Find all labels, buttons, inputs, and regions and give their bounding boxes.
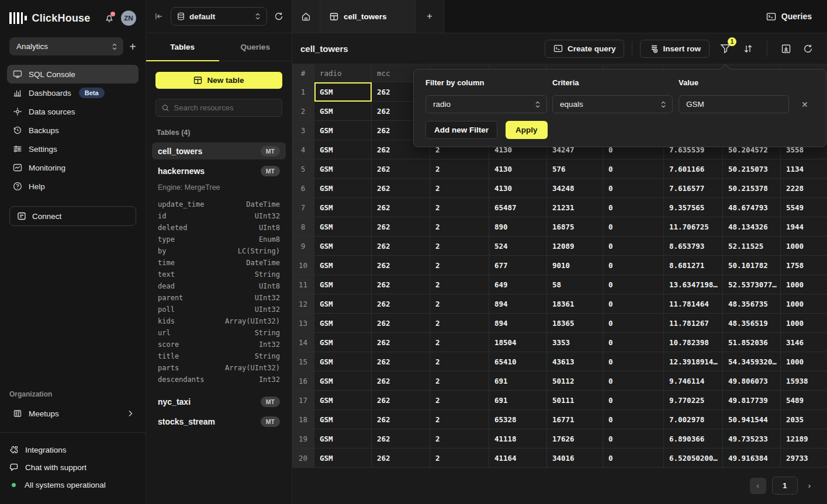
table-cell[interactable]: 2 bbox=[430, 294, 489, 314]
table-cell[interactable]: 890 bbox=[489, 217, 547, 237]
table-cell[interactable]: 52.11525 bbox=[723, 237, 781, 256]
table-cell[interactable]: 2 bbox=[430, 256, 489, 275]
filter-criteria-select[interactable]: equals bbox=[552, 95, 673, 113]
table-cell[interactable]: 9.770225 bbox=[664, 391, 723, 410]
table-cell[interactable]: 262 bbox=[372, 371, 430, 391]
table-cell[interactable]: 649 bbox=[489, 275, 547, 294]
table-cell[interactable]: 11.706725 bbox=[664, 217, 723, 237]
system-status[interactable]: All systems operational bbox=[9, 476, 136, 493]
table-cell[interactable]: 262 bbox=[372, 256, 430, 275]
table-cell[interactable]: 262 bbox=[372, 314, 430, 333]
table-cell[interactable]: 524 bbox=[489, 237, 547, 256]
search-resources-input[interactable] bbox=[174, 103, 276, 112]
table-cell[interactable]: 262 bbox=[372, 294, 430, 314]
tab-tables[interactable]: Tables bbox=[146, 33, 219, 61]
table-cell[interactable]: 2 bbox=[430, 275, 489, 294]
table-cell[interactable]: 2 bbox=[430, 159, 489, 179]
filter-button[interactable]: 1 bbox=[714, 41, 737, 56]
table-cell[interactable]: 9010 bbox=[547, 256, 603, 275]
table-cell[interactable]: 65410 bbox=[489, 352, 547, 371]
table-cell[interactable]: 34016 bbox=[547, 449, 603, 468]
table-cell[interactable]: GSM bbox=[314, 159, 372, 179]
table-cell[interactable]: 50.215073 bbox=[723, 159, 781, 179]
table-cell[interactable]: 2 bbox=[430, 314, 489, 333]
sidebar-item-help[interactable]: Help bbox=[7, 177, 139, 196]
table-cell[interactable]: GSM bbox=[314, 140, 372, 159]
table-cell[interactable]: 0 bbox=[603, 391, 664, 410]
table-cell[interactable]: 12.3918914… bbox=[664, 352, 723, 371]
table-cell[interactable]: 43613 bbox=[547, 352, 603, 371]
table-cell[interactable]: 3146 bbox=[781, 333, 827, 352]
tab-queries[interactable]: Queries bbox=[219, 33, 292, 61]
table-cell[interactable]: 11.781267 bbox=[664, 314, 723, 333]
table-cell[interactable]: 0 bbox=[603, 314, 664, 333]
table-cell[interactable]: GSM bbox=[314, 333, 372, 352]
table-cell[interactable]: 48.356519 bbox=[723, 314, 781, 333]
table-cell[interactable]: 50111 bbox=[547, 391, 603, 410]
column-header[interactable]: radio bbox=[314, 64, 372, 82]
table-cell[interactable]: GSM bbox=[314, 256, 372, 275]
table-item-stocks-stream[interactable]: stocks_stream MT bbox=[152, 413, 286, 430]
notifications-bell-icon[interactable] bbox=[105, 13, 114, 23]
add-service-button[interactable]: + bbox=[129, 41, 136, 53]
table-cell[interactable]: 18504 bbox=[489, 333, 547, 352]
table-cell[interactable]: 29733 bbox=[781, 449, 827, 468]
table-cell[interactable]: 262 bbox=[372, 217, 430, 237]
table-cell[interactable]: 21231 bbox=[547, 198, 603, 217]
new-table-button[interactable]: New table bbox=[155, 72, 282, 89]
table-cell[interactable]: 677 bbox=[489, 256, 547, 275]
create-query-button[interactable]: Create query bbox=[545, 40, 625, 58]
table-cell[interactable]: 9.746114 bbox=[664, 371, 723, 391]
database-select[interactable]: default bbox=[171, 7, 267, 26]
table-cell[interactable]: 13.6347198… bbox=[664, 275, 723, 294]
table-cell[interactable]: 894 bbox=[489, 314, 547, 333]
table-cell[interactable]: 54.3459320… bbox=[723, 352, 781, 371]
table-cell[interactable]: 0 bbox=[603, 237, 664, 256]
table-cell[interactable]: 1000 bbox=[781, 314, 827, 333]
table-cell[interactable]: 41164 bbox=[489, 449, 547, 468]
table-cell[interactable]: 262 bbox=[372, 391, 430, 410]
filter-value-field[interactable] bbox=[679, 95, 789, 113]
queries-link[interactable]: Queries bbox=[751, 0, 827, 33]
table-cell[interactable]: 576 bbox=[547, 159, 603, 179]
table-cell[interactable]: 262 bbox=[372, 179, 430, 198]
filter-column-select[interactable]: radio bbox=[425, 95, 547, 113]
table-cell[interactable]: 262 bbox=[372, 333, 430, 352]
table-cell[interactable]: GSM bbox=[314, 237, 372, 256]
table-cell[interactable]: 7.616577 bbox=[664, 179, 723, 198]
table-item-cell-towers[interactable]: cell_towers MT bbox=[152, 142, 286, 159]
table-cell[interactable]: GSM bbox=[314, 391, 372, 410]
table-cell[interactable]: 2 bbox=[430, 410, 489, 429]
sidebar-item-data-sources[interactable]: Data sources bbox=[7, 102, 139, 121]
table-cell[interactable]: 2035 bbox=[781, 410, 827, 429]
table-cell[interactable]: GSM bbox=[314, 449, 372, 468]
chat-support-link[interactable]: Chat with support bbox=[9, 458, 136, 476]
table-cell[interactable]: 18361 bbox=[547, 294, 603, 314]
refresh-tables-icon[interactable] bbox=[274, 12, 283, 21]
table-cell[interactable]: 49.735233 bbox=[723, 429, 781, 449]
table-cell[interactable]: GSM bbox=[314, 429, 372, 449]
table-cell[interactable]: 5489 bbox=[781, 391, 827, 410]
table-cell[interactable]: 262 bbox=[372, 275, 430, 294]
table-cell[interactable]: 4130 bbox=[489, 179, 547, 198]
table-cell[interactable]: 2 bbox=[430, 179, 489, 198]
table-cell[interactable]: 8.681271 bbox=[664, 256, 723, 275]
table-cell[interactable]: GSM bbox=[314, 102, 372, 121]
table-cell[interactable]: 9.357565 bbox=[664, 198, 723, 217]
refresh-button[interactable] bbox=[797, 41, 819, 56]
table-cell[interactable]: 1944 bbox=[781, 217, 827, 237]
table-cell[interactable]: 0 bbox=[603, 333, 664, 352]
table-cell[interactable]: GSM bbox=[314, 410, 372, 429]
table-cell[interactable]: 12189 bbox=[781, 429, 827, 449]
sort-button[interactable] bbox=[737, 41, 759, 56]
table-cell[interactable]: 51.852036 bbox=[723, 333, 781, 352]
table-cell[interactable]: 262 bbox=[372, 352, 430, 371]
table-cell[interactable]: 262 bbox=[372, 237, 430, 256]
table-item-hackernews[interactable]: hackernews MT bbox=[152, 162, 286, 179]
table-cell[interactable]: 6.890366 bbox=[664, 429, 723, 449]
table-cell[interactable]: 0 bbox=[603, 352, 664, 371]
sidebar-item-meetups[interactable]: Meetups bbox=[7, 404, 139, 423]
table-cell[interactable]: 50.101782 bbox=[723, 256, 781, 275]
table-cell[interactable]: 41118 bbox=[489, 429, 547, 449]
table-cell[interactable]: 2 bbox=[430, 237, 489, 256]
